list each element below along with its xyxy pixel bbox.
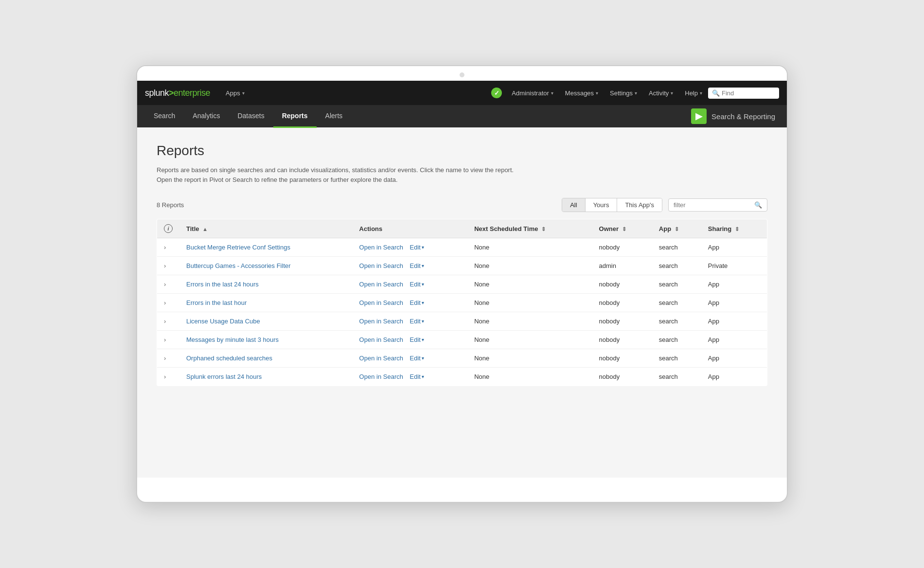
- edit-button[interactable]: Edit ▾: [410, 262, 424, 269]
- col-owner[interactable]: Owner ⇕: [592, 219, 652, 238]
- status-indicator: [491, 88, 502, 98]
- edit-button[interactable]: Edit ▾: [410, 355, 424, 362]
- edit-button[interactable]: Edit ▾: [410, 373, 424, 380]
- col-title[interactable]: Title ▲: [179, 219, 353, 238]
- row-expand-btn[interactable]: ›: [164, 244, 166, 251]
- report-title-link[interactable]: Messages by minute last 3 hours: [186, 336, 279, 343]
- nav-apps[interactable]: Apps ▾: [220, 81, 250, 105]
- report-title-link[interactable]: Bucket Merge Retrieve Conf Settings: [186, 244, 290, 251]
- row-app-cell: search: [652, 368, 701, 386]
- settings-caret: ▾: [635, 90, 637, 96]
- row-expand-cell: ›: [157, 312, 180, 331]
- edit-caret: ▾: [422, 355, 424, 361]
- row-sharing-cell: App: [701, 349, 767, 368]
- filter-tab-yours[interactable]: Yours: [586, 198, 618, 212]
- logo: splunk>enterprise: [145, 88, 210, 98]
- filter-search-icon: 🔍: [754, 201, 762, 209]
- edit-button[interactable]: Edit ▾: [410, 318, 424, 325]
- edit-button[interactable]: Edit ▾: [410, 336, 424, 343]
- nav-activity[interactable]: Activity ▾: [643, 81, 679, 105]
- col-sharing[interactable]: Sharing ⇕: [701, 219, 767, 238]
- row-expand-btn[interactable]: ›: [164, 336, 166, 343]
- page-description: Reports are based on single searches and…: [157, 165, 526, 184]
- open-in-search-link[interactable]: Open in Search: [359, 373, 403, 380]
- row-title-cell: Orphaned scheduled searches: [179, 349, 353, 368]
- row-expand-btn[interactable]: ›: [164, 373, 166, 380]
- table-row: › Messages by minute last 3 hours Open i…: [157, 331, 767, 349]
- subnav-analytics[interactable]: Analytics: [184, 105, 229, 128]
- row-owner-cell: admin: [592, 257, 652, 275]
- edit-button[interactable]: Edit ▾: [410, 281, 424, 288]
- open-in-search-link[interactable]: Open in Search: [359, 281, 403, 288]
- filter-input-wrap[interactable]: 🔍: [668, 198, 767, 212]
- nav-settings[interactable]: Settings ▾: [604, 81, 643, 105]
- edit-caret: ▾: [422, 374, 424, 379]
- scheduled-sort-icon: ⇕: [541, 226, 546, 232]
- help-caret: ▾: [700, 90, 702, 96]
- row-sharing-cell: App: [701, 275, 767, 294]
- open-in-search-link[interactable]: Open in Search: [359, 244, 403, 251]
- edit-caret: ▾: [422, 319, 424, 324]
- row-expand-cell: ›: [157, 368, 180, 386]
- edit-caret: ▾: [422, 300, 424, 305]
- report-title-link[interactable]: Splunk errors last 24 hours: [186, 373, 262, 380]
- report-title-link[interactable]: Orphaned scheduled searches: [186, 355, 272, 362]
- subnav-alerts[interactable]: Alerts: [317, 105, 352, 128]
- report-title-link[interactable]: Errors in the last 24 hours: [186, 281, 259, 288]
- open-in-search-link[interactable]: Open in Search: [359, 318, 403, 325]
- row-actions-cell: Open in Search Edit ▾: [353, 368, 468, 386]
- row-sharing-cell: App: [701, 368, 767, 386]
- filter-tab-this-apps[interactable]: This App's: [617, 198, 662, 212]
- sharing-sort-icon: ⇕: [735, 226, 739, 232]
- nav-messages[interactable]: Messages ▾: [559, 81, 604, 105]
- row-owner-cell: nobody: [592, 294, 652, 312]
- nav-help[interactable]: Help ▾: [679, 81, 708, 105]
- row-expand-btn[interactable]: ›: [164, 281, 166, 288]
- row-owner-cell: nobody: [592, 368, 652, 386]
- table-row: › Splunk errors last 24 hours Open in Se…: [157, 368, 767, 386]
- row-expand-btn[interactable]: ›: [164, 262, 166, 269]
- row-next-scheduled-cell: None: [467, 368, 592, 386]
- open-in-search-link[interactable]: Open in Search: [359, 262, 403, 269]
- col-actions: Actions: [353, 219, 468, 238]
- filter-tab-all[interactable]: All: [562, 198, 585, 212]
- open-in-search-link[interactable]: Open in Search: [359, 355, 403, 362]
- row-actions-cell: Open in Search Edit ▾: [353, 257, 468, 275]
- row-app-cell: search: [652, 349, 701, 368]
- filter-input[interactable]: [674, 201, 751, 209]
- col-app[interactable]: App ⇕: [652, 219, 701, 238]
- row-app-cell: search: [652, 257, 701, 275]
- open-in-search-link[interactable]: Open in Search: [359, 336, 403, 343]
- edit-button[interactable]: Edit ▾: [410, 244, 424, 251]
- row-actions-cell: Open in Search Edit ▾: [353, 331, 468, 349]
- row-expand-cell: ›: [157, 275, 180, 294]
- nav-administrator[interactable]: Administrator ▾: [506, 81, 559, 105]
- row-title-cell: License Usage Data Cube: [179, 312, 353, 331]
- row-title-cell: Bucket Merge Retrieve Conf Settings: [179, 238, 353, 257]
- filter-bar: 8 Reports All Yours This App's 🔍: [157, 198, 767, 212]
- row-expand-btn[interactable]: ›: [164, 318, 166, 325]
- edit-button[interactable]: Edit ▾: [410, 299, 424, 306]
- activity-caret: ▾: [671, 90, 673, 96]
- report-title-link[interactable]: Errors in the last hour: [186, 299, 247, 306]
- open-in-search-link[interactable]: Open in Search: [359, 299, 403, 306]
- find-input[interactable]: [722, 89, 775, 97]
- report-title-link[interactable]: License Usage Data Cube: [186, 318, 260, 325]
- info-icon: i: [164, 224, 173, 233]
- camera-dot: [460, 72, 464, 77]
- col-next-scheduled[interactable]: Next Scheduled Time ⇕: [467, 219, 592, 238]
- subnav-reports[interactable]: Reports: [273, 105, 317, 128]
- find-input-wrap[interactable]: 🔍: [708, 88, 779, 99]
- row-actions-cell: Open in Search Edit ▾: [353, 275, 468, 294]
- row-expand-btn[interactable]: ›: [164, 299, 166, 306]
- report-title-link[interactable]: Buttercup Games - Accessories Filter: [186, 262, 291, 269]
- row-expand-btn[interactable]: ›: [164, 355, 166, 362]
- title-sort-icon: ▲: [202, 226, 208, 232]
- table-row: › Bucket Merge Retrieve Conf Settings Op…: [157, 238, 767, 257]
- subnav-datasets[interactable]: Datasets: [229, 105, 273, 128]
- subnav-search[interactable]: Search: [145, 105, 184, 128]
- filter-tabs: All Yours This App's: [562, 198, 662, 212]
- search-reporting-icon: ▶: [691, 108, 707, 124]
- search-reporting-button[interactable]: ▶ Search & Reporting: [687, 105, 779, 127]
- row-next-scheduled-cell: None: [467, 275, 592, 294]
